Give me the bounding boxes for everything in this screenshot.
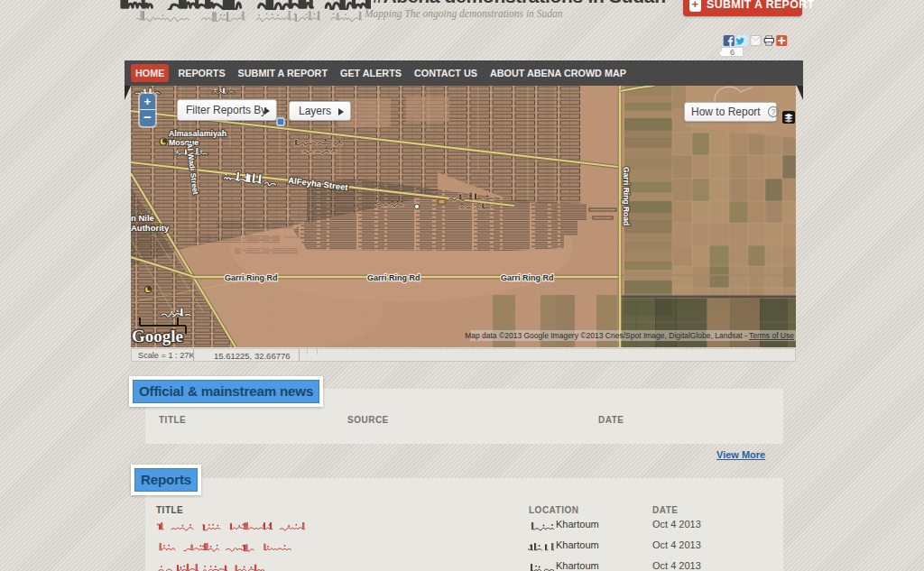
svg-text:Authority: Authority xyxy=(131,223,170,233)
svg-text:Google: Google xyxy=(132,327,183,345)
svg-text:Garri Ring Road: Garri Ring Road xyxy=(622,167,631,226)
svg-text:?: ? xyxy=(772,107,776,116)
svg-text:Garri Ring Rd: Garri Ring Rd xyxy=(501,273,554,282)
svg-text:Garri Ring Rd: Garri Ring Rd xyxy=(367,273,420,282)
svg-text:Garri Ring Rd: Garri Ring Rd xyxy=(225,273,278,282)
svg-text:Almasalamiyah: Almasalamiyah xyxy=(169,129,226,138)
svg-text:n Nile: n Nile xyxy=(131,213,154,223)
svg-text:Map data ©2013 Google Imagery: Map data ©2013 Google Imagery ©2013 Cnes… xyxy=(465,331,794,340)
